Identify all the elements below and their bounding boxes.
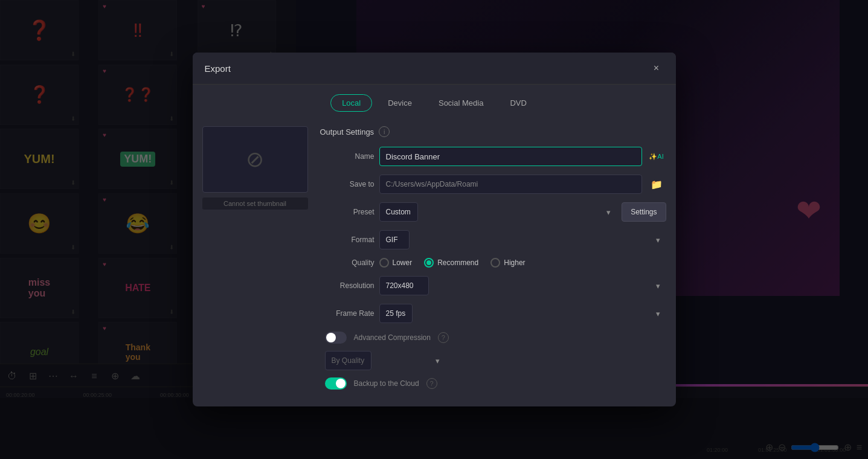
tab-dvd[interactable]: DVD (499, 94, 537, 112)
tab-local[interactable]: Local (330, 94, 372, 112)
export-dialog: Export × Local Device Social Media DVD ⊘… (193, 53, 676, 406)
quality-options: Lower Recommend Higher (379, 258, 526, 268)
info-icon[interactable]: i (379, 126, 390, 137)
advanced-compression-help-icon[interactable]: ? (438, 332, 449, 343)
thumbnail-box: ⊘ (202, 126, 308, 193)
quality-lower-label: Lower (393, 258, 413, 267)
save-to-label: Save to (320, 180, 375, 188)
modal-overlay: Export × Local Device Social Media DVD ⊘… (0, 0, 868, 459)
backup-cloud-help-icon[interactable]: ? (426, 378, 437, 389)
resolution-label: Resolution (320, 281, 375, 290)
name-input[interactable] (379, 147, 642, 166)
folder-icon: 📁 (651, 179, 663, 190)
compression-method-select[interactable]: By Quality (325, 351, 371, 370)
advanced-compression-toggle[interactable] (325, 332, 347, 344)
save-to-row: Save to C:/Users/ws/AppData/Roami 📁 (320, 175, 666, 194)
preset-select[interactable]: Custom Default (379, 202, 418, 222)
resolution-select-wrapper: 720x480 1280x720 1920x1080 (379, 276, 666, 295)
preset-row: Preset Custom Default Settings (320, 202, 666, 222)
frame-rate-row: Frame Rate 25 fps 30 fps 60 fps (320, 304, 666, 323)
backup-cloud-label: Backup to the Cloud (354, 379, 419, 388)
quality-recommend-radio[interactable] (424, 258, 434, 268)
format-select-wrapper: GIF MP4 MOV (379, 230, 666, 249)
resolution-select[interactable]: 720x480 1280x720 1920x1080 (379, 276, 429, 295)
quality-lower-option[interactable]: Lower (379, 258, 413, 268)
close-button[interactable]: × (649, 61, 664, 75)
settings-button[interactable]: Settings (622, 202, 666, 222)
quality-recommend-option[interactable]: Recommend (424, 258, 478, 268)
dialog-body: ⊘ Cannot set thumbnail Output Settings i… (193, 117, 676, 406)
save-path-display: C:/Users/ws/AppData/Roami (379, 175, 642, 194)
settings-area: Output Settings i Name ✨AI Save to C:/Us… (320, 126, 666, 397)
backup-cloud-row: Backup to the Cloud ? (320, 377, 666, 390)
thumbnail-label: Cannot set thumbnail (202, 197, 308, 210)
output-settings-label: Output Settings (320, 127, 375, 136)
quality-higher-option[interactable]: Higher (490, 258, 525, 268)
thumbnail-area: ⊘ Cannot set thumbnail (202, 126, 308, 397)
backup-cloud-toggle[interactable] (325, 377, 347, 390)
frame-rate-select-wrapper: 25 fps 30 fps 60 fps (379, 304, 666, 323)
dialog-header: Export × (193, 53, 676, 85)
quality-row: Quality Lower Recommend Higher (320, 258, 666, 268)
output-settings-header: Output Settings i (320, 126, 666, 137)
quality-higher-radio[interactable] (490, 258, 500, 268)
advanced-compression-row: Advanced Compression ? (320, 332, 666, 344)
quality-label: Quality (320, 258, 375, 267)
quality-higher-label: Higher (504, 258, 525, 267)
compression-method-select-wrapper: By Quality (325, 351, 446, 370)
resolution-row: Resolution 720x480 1280x720 1920x1080 (320, 276, 666, 295)
tab-device[interactable]: Device (377, 94, 423, 112)
preset-label: Preset (320, 208, 375, 216)
name-label: Name (320, 152, 375, 161)
compression-method-wrapper: By Quality (320, 351, 666, 370)
advanced-compression-label: Advanced Compression (354, 333, 431, 342)
ai-generate-button[interactable]: ✨AI (647, 147, 666, 166)
dialog-tabs: Local Device Social Media DVD (193, 85, 676, 117)
dialog-title: Export (205, 63, 231, 74)
preset-select-wrapper: Custom Default (379, 202, 617, 222)
frame-rate-select[interactable]: 25 fps 30 fps 60 fps (379, 304, 413, 323)
browse-folder-button[interactable]: 📁 (647, 175, 666, 194)
name-row: Name ✨AI (320, 147, 666, 166)
format-row: Format GIF MP4 MOV (320, 230, 666, 249)
ai-icon: ✨AI (649, 153, 663, 161)
quality-lower-radio[interactable] (379, 258, 389, 268)
thumbnail-placeholder-icon: ⊘ (246, 147, 264, 172)
format-select[interactable]: GIF MP4 MOV (379, 230, 410, 249)
quality-recommend-label: Recommend (437, 258, 478, 267)
frame-rate-label: Frame Rate (320, 309, 375, 318)
format-label: Format (320, 236, 375, 244)
tab-social-media[interactable]: Social Media (428, 94, 494, 112)
